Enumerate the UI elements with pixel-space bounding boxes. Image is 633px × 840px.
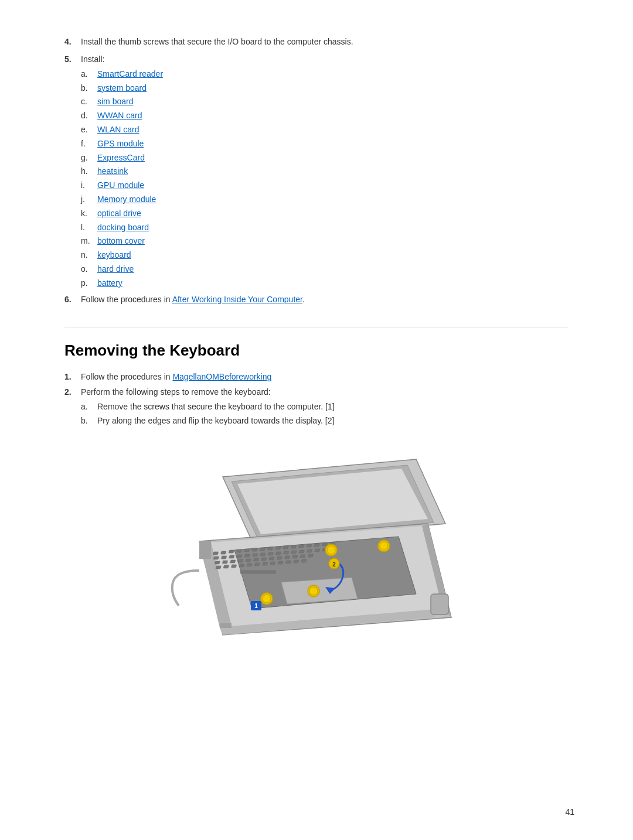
step-6-text-end: . xyxy=(302,295,305,304)
list-item: a.SmartCard reader xyxy=(81,67,569,81)
install-link[interactable]: ExpressCard xyxy=(97,153,145,162)
svg-rect-32 xyxy=(268,552,273,555)
sub-letter: a. xyxy=(81,400,97,414)
list-item: b.Pry along the edges and flip the keybo… xyxy=(81,414,569,428)
step-5-text: Install: xyxy=(81,54,104,64)
sub-content: hard drive xyxy=(97,262,134,276)
svg-rect-37 xyxy=(307,549,312,552)
install-link[interactable]: SmartCard reader xyxy=(97,69,163,78)
keyboard-sub-list: a.Remove the screws that secure the keyb… xyxy=(81,400,569,428)
svg-rect-22 xyxy=(314,544,319,547)
sub-letter: b. xyxy=(81,414,97,428)
list-item: e.WLAN card xyxy=(81,123,569,137)
svg-text:2: 2 xyxy=(332,561,336,568)
install-link[interactable]: battery xyxy=(97,278,122,288)
svg-rect-49 xyxy=(284,556,290,559)
install-link[interactable]: WWAN card xyxy=(97,111,142,120)
install-link[interactable]: docking board xyxy=(97,223,149,232)
sub-content: battery xyxy=(97,276,122,291)
svg-rect-15 xyxy=(260,548,265,551)
svg-rect-51 xyxy=(300,555,305,558)
sub-content: SmartCard reader xyxy=(97,67,163,81)
install-link[interactable]: GPS module xyxy=(97,139,144,148)
list-item: g.ExpressCard xyxy=(81,151,569,165)
list-item: k.optical drive xyxy=(81,207,569,221)
svg-rect-17 xyxy=(275,547,281,549)
svg-rect-40 xyxy=(215,561,220,564)
svg-marker-69 xyxy=(220,623,232,628)
install-link[interactable]: hard drive xyxy=(97,264,134,274)
step-6-number: 6. xyxy=(64,293,81,306)
list-item: p.battery xyxy=(81,276,569,291)
svg-rect-43 xyxy=(238,559,243,562)
install-link[interactable]: system board xyxy=(97,83,147,93)
install-link[interactable]: WLAN card xyxy=(97,125,139,134)
install-link[interactable]: sim board xyxy=(97,97,133,106)
sub-letter: d. xyxy=(81,109,97,123)
install-link[interactable]: bottom cover xyxy=(97,236,145,245)
svg-rect-21 xyxy=(307,544,312,547)
keyboard-step-1-text: Follow the procedures in xyxy=(81,372,172,381)
svg-rect-12 xyxy=(236,549,241,552)
svg-rect-31 xyxy=(260,553,266,556)
svg-rect-48 xyxy=(277,556,282,559)
step-5-content: Install: a.SmartCard readerb.system boar… xyxy=(81,53,569,290)
list-item: m.bottom cover xyxy=(81,234,569,248)
sub-letter: c. xyxy=(81,95,97,109)
sub-letter: h. xyxy=(81,165,97,179)
sub-letter: e. xyxy=(81,123,97,137)
svg-rect-57 xyxy=(247,564,252,566)
svg-rect-34 xyxy=(284,551,289,554)
step-5: 5. Install: a.SmartCard readerb.system b… xyxy=(64,53,569,290)
sub-letter: b. xyxy=(81,81,97,95)
svg-rect-50 xyxy=(292,555,298,558)
svg-rect-38 xyxy=(315,549,320,552)
svg-rect-62 xyxy=(285,561,291,564)
install-link[interactable]: Memory module xyxy=(97,194,156,204)
sub-content: GPU module xyxy=(97,179,144,193)
svg-rect-29 xyxy=(244,554,250,557)
install-link[interactable]: optical drive xyxy=(97,209,141,218)
sub-text: Remove the screws that secure the keyboa… xyxy=(97,400,335,414)
sub-content: optical drive xyxy=(97,207,141,221)
sub-letter: f. xyxy=(81,137,97,151)
sub-letter: m. xyxy=(81,234,97,248)
install-link[interactable]: heatsink xyxy=(97,166,128,176)
install-list: a.SmartCard readerb.system boardc.sim bo… xyxy=(81,67,569,291)
step-5-number: 5. xyxy=(64,53,81,290)
svg-rect-58 xyxy=(254,563,260,566)
svg-rect-59 xyxy=(262,562,267,565)
list-item: b.system board xyxy=(81,81,569,95)
list-item: c.sim board xyxy=(81,95,569,109)
before-working-link[interactable]: MagellanOMBeforeworking xyxy=(172,372,271,381)
svg-point-75 xyxy=(380,542,388,550)
list-item: j.Memory module xyxy=(81,193,569,207)
install-link[interactable]: keyboard xyxy=(97,250,131,259)
svg-rect-65 xyxy=(240,571,276,573)
svg-point-71 xyxy=(263,595,271,603)
install-link[interactable]: GPU module xyxy=(97,180,144,190)
list-item: o.hard drive xyxy=(81,262,569,276)
sub-content: system board xyxy=(97,81,147,95)
keyboard-step-2-number: 2. xyxy=(64,385,81,428)
list-item: l.docking board xyxy=(81,221,569,235)
svg-rect-41 xyxy=(222,561,227,564)
svg-text:1: 1 xyxy=(254,603,258,609)
svg-rect-14 xyxy=(252,548,257,551)
step-4: 4. Install the thumb screws that secure … xyxy=(64,35,569,48)
after-working-link[interactable]: After Working Inside Your Computer xyxy=(172,295,302,304)
svg-rect-61 xyxy=(278,561,283,564)
svg-rect-10 xyxy=(221,551,226,554)
page-number: 41 xyxy=(565,807,574,817)
svg-rect-55 xyxy=(231,565,236,568)
svg-rect-36 xyxy=(299,550,304,553)
sub-content: bottom cover xyxy=(97,234,145,248)
sub-text: Pry along the edges and flip the keyboar… xyxy=(97,414,334,428)
svg-rect-54 xyxy=(223,565,229,568)
svg-point-77 xyxy=(309,587,318,595)
sub-letter: l. xyxy=(81,221,97,235)
image-container: 1 2 xyxy=(64,442,569,664)
sub-content: GPS module xyxy=(97,137,144,151)
sub-letter: n. xyxy=(81,248,97,262)
svg-rect-18 xyxy=(283,546,288,549)
